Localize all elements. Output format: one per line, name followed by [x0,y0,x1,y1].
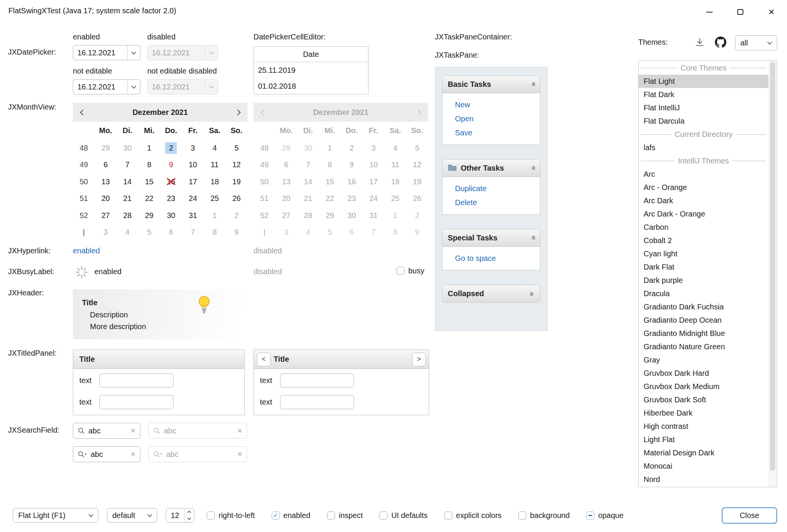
theme-list-item[interactable]: Material Design Dark [639,446,768,460]
theme-list-item[interactable]: Arc Dark [639,194,768,207]
calendar-day-cell[interactable]: 30 [116,142,139,154]
font-size-spinner[interactable]: 12 [166,508,194,523]
download-icon[interactable] [694,37,705,48]
clear-icon[interactable]: ✕ [131,427,136,435]
calendar-day-cell[interactable]: 5 [226,142,248,154]
calendar-day-cell[interactable]: 15 [139,176,161,188]
calendar-day-cell[interactable]: 2 [160,142,182,154]
calendar-day-cell[interactable]: 9 [160,159,182,171]
taskpane-action-link[interactable]: Open [455,112,540,126]
calendar-day-cell[interactable]: 18 [204,176,226,188]
spinner-down-button[interactable] [184,515,194,522]
taskpane-action-link[interactable]: Duplicate [455,182,540,196]
taskpane-action-link[interactable]: Delete [455,196,540,210]
calendar-day-cell[interactable]: 20 [95,193,117,204]
search-input-value[interactable]: abc [91,450,127,459]
checkbox-background[interactable]: background [518,511,570,520]
searchfield-with-menu[interactable]: abc ✕ [73,446,140,462]
calendar-day-cell[interactable]: 8 [204,226,226,238]
taskpane-header[interactable]: Collapsed» [442,285,540,303]
calendar-day-cell[interactable]: 4 [204,142,226,154]
theme-list-item[interactable]: Carbon [639,221,768,234]
taskpane-action-link[interactable]: New [455,98,540,112]
theme-list-item[interactable]: Cyan light [639,247,768,261]
calendar-day-cell[interactable]: 27 [95,210,117,221]
calendar-day-cell[interactable]: 10 [182,159,204,171]
taskpane-header[interactable]: Other Tasks» [442,159,540,177]
checkbox-inspect[interactable]: inspect [327,511,363,520]
theme-list-item[interactable]: Flat Light [639,75,768,88]
text-input[interactable] [280,395,354,409]
theme-list-item[interactable]: Monocai [639,460,768,473]
github-icon[interactable] [715,36,726,48]
calendar-day-cell[interactable]: 8 [139,159,161,171]
theme-list-item[interactable]: Dracula [639,287,768,300]
theme-list-item[interactable]: Gradianto Dark Fuchsia [639,300,768,314]
calendar-day-cell[interactable]: 3 [95,226,117,238]
taskpane-action-link[interactable]: Go to space [455,251,540,265]
calendar-day-cell[interactable]: 19 [226,176,248,188]
calendar-day-cell[interactable]: 7 [182,226,204,238]
calendar-day-cell[interactable]: 14 [116,176,139,188]
theme-list-item[interactable]: Arc [639,168,768,181]
scrollbar-thumb[interactable] [770,62,775,471]
calendar-day-cell[interactable]: 7 [116,159,139,171]
calendar-day-cell[interactable]: 29 [95,142,117,154]
calendar-day-cell[interactable]: 26 [226,193,248,204]
calendar-day-cell[interactable]: 12 [226,159,248,171]
calendar-day-cell[interactable]: 2 [226,210,248,221]
theme-list-item[interactable]: Nord [639,473,768,486]
window-close-button[interactable]: ✕ [756,0,787,24]
laf-combobox[interactable]: Flat Light (F1) [13,508,98,523]
text-input[interactable] [99,395,173,409]
calendar-day-cell[interactable]: 11 [204,159,226,171]
calendar-day-cell[interactable]: 4 [116,226,139,238]
theme-filter-combobox[interactable]: all [735,35,777,50]
checkbox-enabled[interactable]: ✓enabled [272,511,310,520]
calendar-day-cell[interactable]: 6 [95,159,117,171]
datepicker-not-editable[interactable]: 16.12.2021 [73,79,140,94]
calendar-day-cell[interactable]: 30 [160,210,182,221]
calendar-day-cell[interactable]: 28 [116,210,139,221]
theme-list-item[interactable]: Gray [639,353,768,367]
theme-list-item[interactable]: Gradianto Midnight Blue [639,327,768,340]
calendar-day-cell[interactable]: 23 [160,193,182,204]
theme-list-item[interactable]: lafs [639,141,768,154]
calendar-day-cell[interactable]: 9 [226,226,248,238]
calendar-day-cell[interactable]: 6 [160,226,182,238]
clear-icon[interactable]: ✕ [131,450,136,458]
theme-list-item[interactable]: Arc - Orange [639,181,768,194]
calendar-day-cell[interactable]: 17 [182,176,204,188]
calendar-day-cell[interactable]: 31 [182,210,204,221]
searchfield-enabled[interactable]: abc ✕ [73,423,140,439]
theme-list-item[interactable]: Cobalt 2 [639,234,768,247]
checkbox-opaque[interactable]: opaque [586,511,623,520]
theme-list-item[interactable]: Light Flat [639,433,768,446]
theme-list-item[interactable]: Dark Flat [639,261,768,274]
hyperlink-enabled[interactable]: enabled [73,246,100,255]
calendar-day-cell[interactable]: 3 [182,142,204,154]
panel-next-button[interactable]: > [412,353,426,366]
theme-list-item[interactable]: Gradianto Nature Green [639,340,768,353]
scrollbar[interactable] [768,61,777,487]
calendar-day-cell[interactable]: 5 [139,226,161,238]
monthview-enabled[interactable]: Dezember 2021 Mo.Di.Mi.Do.Fr.Sa.So.48293… [73,103,247,241]
theme-list-item[interactable]: Flat Dark [639,88,768,101]
expand-icon[interactable]: » [529,292,537,296]
collapse-icon[interactable]: » [529,82,537,86]
text-input[interactable] [99,373,173,388]
calendar-day-cell[interactable]: 29 [139,210,161,221]
calendar-day-cell[interactable]: 1 [139,142,161,154]
panel-prev-button[interactable]: < [257,353,271,366]
theme-list-item[interactable]: Gruvbox Dark Hard [639,367,768,380]
taskpane-header[interactable]: Basic Tasks» [442,75,540,93]
theme-list-item[interactable]: Flat IntelliJ [639,101,768,115]
maximize-button[interactable] [725,0,756,24]
spinner-up-button[interactable] [184,508,194,515]
theme-list-item[interactable]: Arc Dark - Orange [639,207,768,221]
collapse-icon[interactable]: » [529,166,537,170]
checkbox-explicit-colors[interactable]: explicit colors [444,511,502,520]
checkbox-busy[interactable]: busy [397,267,424,275]
theme-list-item[interactable]: Gruvbox Dark Soft [639,393,768,406]
datepicker-enabled[interactable]: 16.12.2021 [73,45,140,60]
